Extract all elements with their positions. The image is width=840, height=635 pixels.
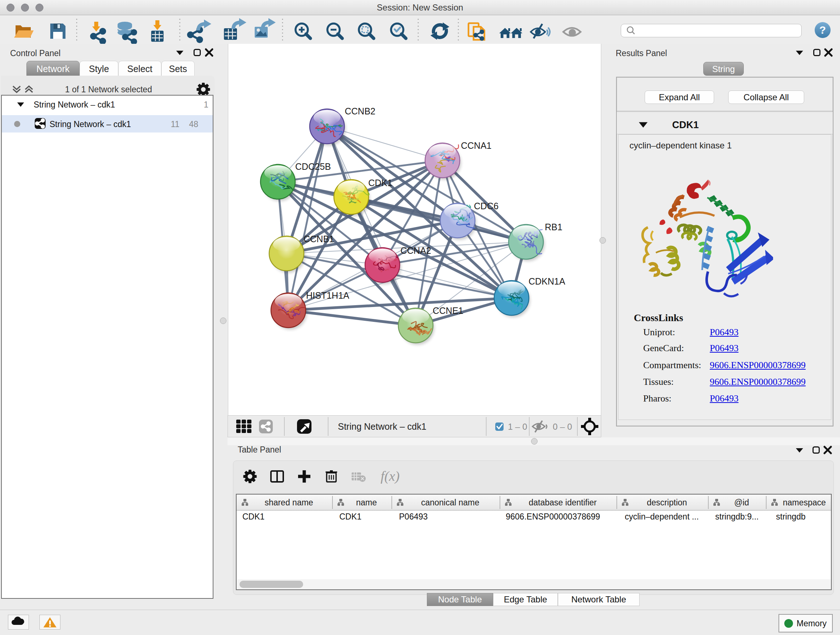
svg-text:CDC25B: CDC25B <box>295 162 331 172</box>
svg-text:CCNA2: CCNA2 <box>401 245 431 256</box>
svg-text:CDK1: CDK1 <box>368 178 393 188</box>
svg-text:CCNE1: CCNE1 <box>433 306 463 316</box>
svg-text:description: description <box>647 498 687 507</box>
svg-text:1 – 0: 1 – 0 <box>508 422 527 432</box>
svg-text:CDC6: CDC6 <box>474 201 499 211</box>
svg-text:canonical name: canonical name <box>421 498 479 507</box>
svg-text:f(x): f(x) <box>381 469 400 484</box>
svg-text:CCNA1: CCNA1 <box>461 141 492 150</box>
svg-text:HIST1H1A: HIST1H1A <box>306 290 349 301</box>
svg-text:RB1: RB1 <box>545 222 562 232</box>
svg-text:name: name <box>356 498 377 507</box>
svg-text:@id: @id <box>734 498 749 507</box>
svg-text:String Network – cdk1: String Network – cdk1 <box>338 421 426 432</box>
svg-text:namespace: namespace <box>783 498 826 507</box>
svg-text:CCNB2: CCNB2 <box>345 106 376 116</box>
svg-text:CDKN1A: CDKN1A <box>529 276 565 287</box>
svg-text:shared name: shared name <box>264 498 313 507</box>
svg-text:database identifier: database identifier <box>529 498 597 507</box>
svg-text:CCNB1: CCNB1 <box>303 234 334 244</box>
svg-text:0 – 0: 0 – 0 <box>553 422 572 432</box>
